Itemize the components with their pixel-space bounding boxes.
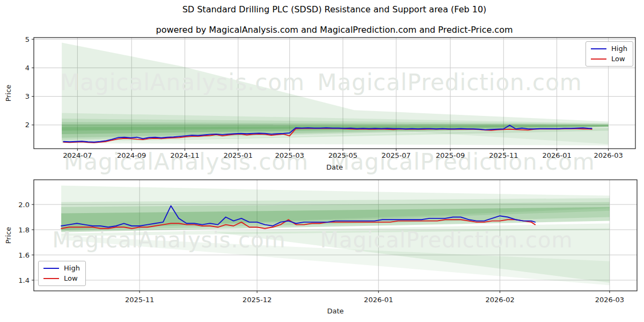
- x-tick-label: 2025-03: [275, 151, 304, 159]
- charts-canvas: MagicalAnalysis.comMagicalPrediction.com…: [0, 0, 644, 322]
- low-line-swatch: [591, 58, 606, 60]
- legend-top: High Low: [586, 41, 633, 67]
- y-tick-label: 4: [25, 64, 30, 72]
- x-tick-label: 2025-11: [125, 296, 154, 304]
- x-tick-label: 2026-01: [364, 296, 393, 304]
- y-tick-label: 2.0: [18, 201, 30, 209]
- x-tick-label: 2025-09: [436, 151, 465, 159]
- legend-item-high: High: [591, 45, 627, 53]
- high-line-swatch: [591, 48, 606, 49]
- x-tick-label: 2026-01: [542, 151, 571, 159]
- y-tick-label: 1.8: [18, 226, 30, 234]
- watermark-text: MagicalAnalysis.com: [60, 69, 305, 96]
- legend-label-low: Low: [611, 55, 625, 63]
- y-axis-title: Price: [4, 227, 12, 244]
- x-tick-label: 2026-03: [595, 296, 624, 304]
- x-axis-title: Date: [326, 163, 343, 171]
- x-tick-label: 2025-05: [328, 151, 357, 159]
- x-tick-label: 2025-11: [489, 151, 518, 159]
- x-tick-label: 2024-11: [170, 151, 199, 159]
- legend-bottom: High Low: [38, 261, 86, 286]
- figure: SD Standard Drilling PLC (SDSD) Resistan…: [0, 0, 644, 322]
- y-tick-label: 1.6: [18, 251, 30, 259]
- legend-label-high: High: [611, 45, 627, 53]
- x-tick-label: 2026-02: [485, 296, 514, 304]
- x-tick-label: 2026-03: [594, 151, 623, 159]
- legend-label-low: Low: [64, 275, 78, 282]
- watermark-text: MagicalPrediction.com: [317, 69, 582, 96]
- low-line-swatch: [43, 278, 59, 279]
- y-tick-label: 5: [25, 35, 30, 43]
- high-line-swatch: [43, 268, 59, 269]
- legend-item-low: Low: [43, 275, 80, 282]
- legend-item-high: High: [43, 265, 80, 272]
- y-axis-title: Price: [4, 85, 12, 102]
- x-tick-label: 2025-01: [224, 151, 253, 159]
- x-tick-label: 2025-07: [382, 151, 411, 159]
- x-axis-title: Date: [327, 307, 343, 315]
- x-tick-label: 2024-09: [117, 151, 146, 159]
- y-tick-label: 1.4: [18, 276, 30, 284]
- legend-label-high: High: [64, 265, 80, 272]
- watermark-text: MagicalPrediction.com: [320, 228, 573, 252]
- x-tick-label: 2024-07: [63, 151, 92, 159]
- x-tick-label: 2025-12: [243, 296, 272, 304]
- watermark-text: MagicalAnalysis.com: [52, 228, 286, 252]
- y-tick-label: 2: [25, 121, 30, 129]
- legend-item-low: Low: [591, 55, 627, 63]
- y-tick-label: 3: [25, 92, 30, 100]
